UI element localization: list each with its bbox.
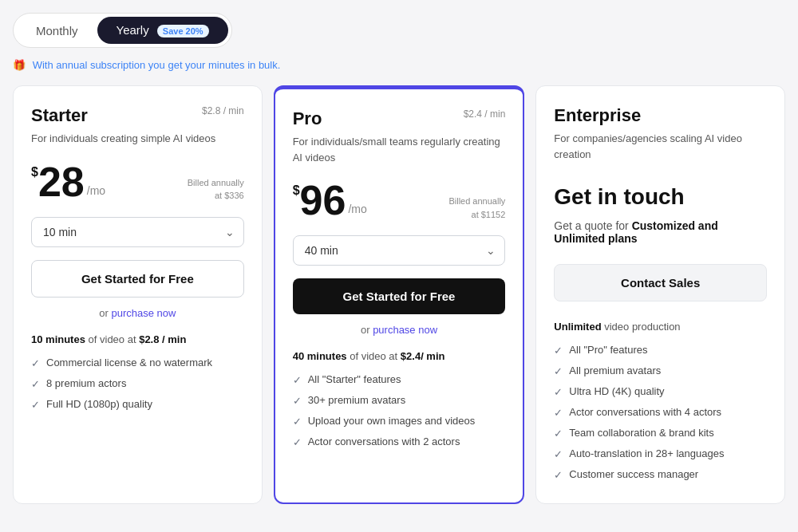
enterprise-plan-name: Enterprise: [554, 105, 641, 126]
plans-container: Starter $2.8 / min For individuals creat…: [13, 85, 785, 504]
pro-price-dollar: $: [293, 184, 300, 197]
list-item: ✓ Auto-translation in 28+ languages: [554, 447, 767, 460]
pro-minutes-select[interactable]: 40 min 60 min 80 min: [293, 235, 506, 266]
pro-plan-card: Pro $2.4 / min For individuals/small tea…: [274, 85, 525, 504]
starter-plan-card: Starter $2.8 / min For individuals creat…: [13, 85, 263, 504]
gift-emoji: 🎁: [13, 59, 26, 71]
pro-billed-note: Billed annually at $1152: [448, 195, 505, 221]
starter-minutes-wrapper[interactable]: 10 min 20 min 30 min ⌄: [31, 217, 244, 247]
pro-plan-name: Pro: [293, 108, 322, 129]
enterprise-plan-card: Enterprise For companies/agencies scalin…: [535, 85, 785, 504]
list-item: ✓ Full HD (1080p) quality: [31, 398, 244, 411]
list-item: ✓ All premium avatars: [554, 365, 767, 377]
check-icon: ✓: [554, 386, 563, 398]
list-item: ✓ 30+ premium avatars: [293, 394, 506, 407]
pro-price-mo: /mo: [348, 203, 366, 215]
enterprise-quote: Get a quote for Customized and Unlimited…: [554, 219, 767, 245]
starter-plan-description: For individuals creating simple AI video…: [31, 131, 244, 147]
pro-plan-header: Pro $2.4 / min: [293, 108, 506, 129]
pro-video-info: 40 minutes of video at $2.4/ min: [293, 350, 506, 362]
check-icon: ✓: [554, 407, 563, 419]
unlimited-label: Unlimited video production: [554, 321, 767, 333]
enterprise-feature-list: ✓ All "Pro" features ✓ All premium avata…: [554, 344, 767, 481]
pro-plan-rate: $2.4 / min: [464, 108, 506, 120]
save-badge: Save 20%: [157, 25, 209, 37]
pro-or-purchase: or purchase now: [293, 324, 506, 336]
starter-price-dollar: $: [31, 166, 38, 179]
list-item: ✓ All "Pro" features: [554, 344, 767, 357]
enterprise-plan-header: Enterprise: [554, 105, 767, 126]
contact-sales-button[interactable]: Contact Sales: [554, 264, 767, 301]
check-icon: ✓: [293, 395, 302, 407]
yearly-toggle[interactable]: Yearly Save 20%: [97, 17, 228, 44]
toggle-group: Monthly Yearly Save 20%: [13, 13, 232, 48]
starter-plan-rate: $2.8 / min: [202, 105, 244, 116]
starter-feature-list: ✓ Commercial license & no watermark ✓ 8 …: [31, 357, 244, 411]
pro-minutes-wrapper[interactable]: 40 min 60 min 80 min ⌄: [293, 235, 506, 266]
list-item: ✓ Actor conversations with 4 actors: [554, 406, 767, 419]
starter-minutes-select[interactable]: 10 min 20 min 30 min: [31, 217, 244, 247]
starter-price-amount: 28: [38, 161, 85, 203]
enterprise-plan-description: For companies/agencies scaling AI video …: [554, 131, 767, 162]
starter-or-purchase: or purchase now: [31, 307, 244, 319]
pro-plan-description: For individuals/small teams regularly cr…: [293, 134, 506, 165]
check-icon: ✓: [293, 436, 302, 448]
list-item: ✓ Actor conversations with 2 actors: [293, 435, 506, 448]
enterprise-title: Get in touch: [554, 184, 767, 210]
starter-plan-header: Starter $2.8 / min: [31, 105, 244, 126]
starter-plan-name: Starter: [31, 105, 88, 126]
billing-toggle: Monthly Yearly Save 20%: [13, 13, 785, 59]
starter-price-main: $ 28 /mo: [31, 161, 105, 203]
starter-price-mo: /mo: [87, 185, 105, 196]
starter-billed-note: Billed annually at $336: [188, 176, 244, 203]
check-icon: ✓: [554, 345, 563, 357]
starter-purchase-link[interactable]: purchase now: [111, 307, 176, 319]
pro-price-row: $ 96 /mo Billed annually at $1152: [293, 179, 506, 221]
check-icon: ✓: [31, 357, 40, 369]
check-icon: ✓: [554, 469, 563, 481]
check-icon: ✓: [293, 374, 302, 386]
pro-cta-button[interactable]: Get Started for Free: [293, 278, 506, 314]
starter-price-row: $ 28 /mo Billed annually at $336: [31, 161, 244, 203]
list-item: ✓ Customer success manager: [554, 468, 767, 481]
annual-note: 🎁 With annual subscription you get your …: [13, 59, 785, 71]
check-icon: ✓: [31, 378, 40, 390]
monthly-toggle[interactable]: Monthly: [17, 17, 97, 44]
pro-feature-list: ✓ All "Starter" features ✓ 30+ premium a…: [293, 373, 506, 448]
check-icon: ✓: [554, 428, 563, 439]
list-item: ✓ 8 premium actors: [31, 377, 244, 390]
starter-cta-button[interactable]: Get Started for Free: [31, 260, 244, 298]
pro-price-amount: 96: [300, 179, 346, 221]
check-icon: ✓: [293, 416, 302, 428]
list-item: ✓ Upload your own images and videos: [293, 415, 506, 428]
check-icon: ✓: [554, 365, 563, 377]
list-item: ✓ Ultra HD (4K) quality: [554, 385, 767, 398]
list-item: ✓ Team collaboration & brand kits: [554, 427, 767, 439]
check-icon: ✓: [31, 399, 40, 411]
pro-purchase-link[interactable]: purchase now: [373, 324, 437, 336]
list-item: ✓ Commercial license & no watermark: [31, 357, 244, 369]
check-icon: ✓: [554, 448, 563, 460]
list-item: ✓ All "Starter" features: [293, 373, 506, 386]
starter-video-info: 10 minutes of video at $2.8 / min: [31, 333, 244, 345]
pro-price-main: $ 96 /mo: [293, 179, 367, 221]
